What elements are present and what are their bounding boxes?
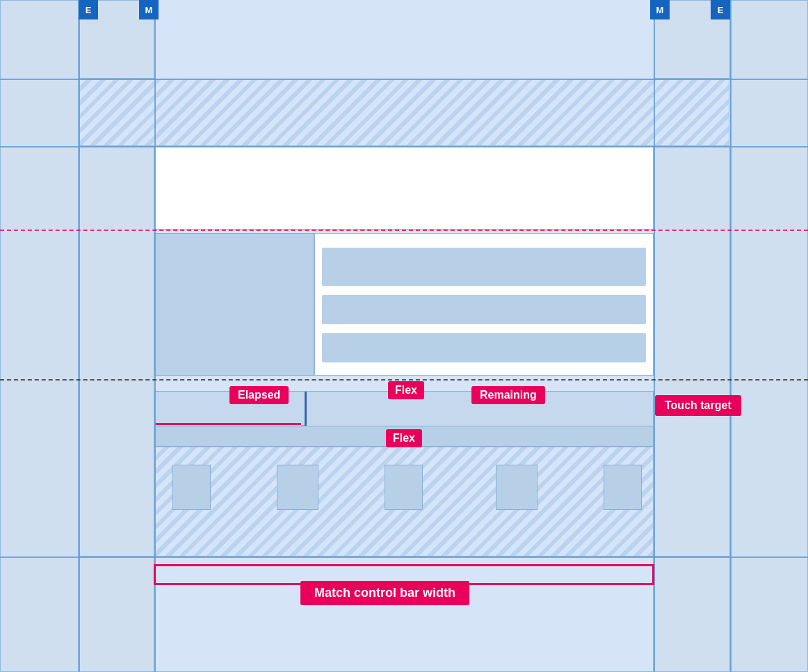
remaining-label: Remaining (471, 386, 545, 404)
content-row-1 (322, 248, 646, 286)
guide-v1 (79, 0, 80, 672)
guide-h2 (0, 146, 808, 147)
marker-top-right-e: E (711, 0, 730, 19)
marker-top-left-e: E (79, 0, 98, 19)
left-side-panel (0, 0, 79, 672)
pink-progress-line (155, 423, 301, 425)
right-col-bottom (654, 557, 730, 672)
marker-top-left-m: M (139, 0, 159, 19)
flex-top-label: Flex (388, 381, 424, 399)
match-control-label: Match control bar width (300, 581, 469, 605)
marker-top-right-m: M (650, 0, 670, 19)
guide-h-dashed2 (0, 379, 808, 381)
content-right-panel (314, 233, 654, 376)
bottom-hatch (154, 447, 654, 557)
small-block-1 (172, 465, 211, 510)
guide-h3 (0, 557, 808, 558)
canvas: E M M E Elapsed Flex Remaining Touch tar… (0, 0, 808, 672)
small-block-4 (496, 465, 538, 510)
small-block-3 (385, 465, 423, 510)
footer-region (154, 557, 654, 672)
small-block-5 (604, 465, 642, 510)
hatch-header (79, 79, 729, 146)
guide-h-dashed1 (0, 230, 808, 231)
content-row-2 (322, 295, 646, 324)
guide-h1 (0, 79, 808, 80)
content-row-3 (322, 333, 646, 362)
right-col-middle (654, 146, 730, 557)
elapsed-label: Elapsed (229, 386, 289, 404)
image-placeholder (154, 233, 314, 376)
left-col-middle (79, 146, 154, 557)
left-col-bottom (79, 557, 154, 672)
flex-bottom-label: Flex (386, 429, 422, 447)
right-side-panel (730, 0, 808, 672)
guide-v4 (730, 0, 732, 672)
touch-target-label: Touch target (655, 395, 741, 416)
content-top-panel (154, 146, 654, 230)
small-block-2 (277, 465, 318, 510)
